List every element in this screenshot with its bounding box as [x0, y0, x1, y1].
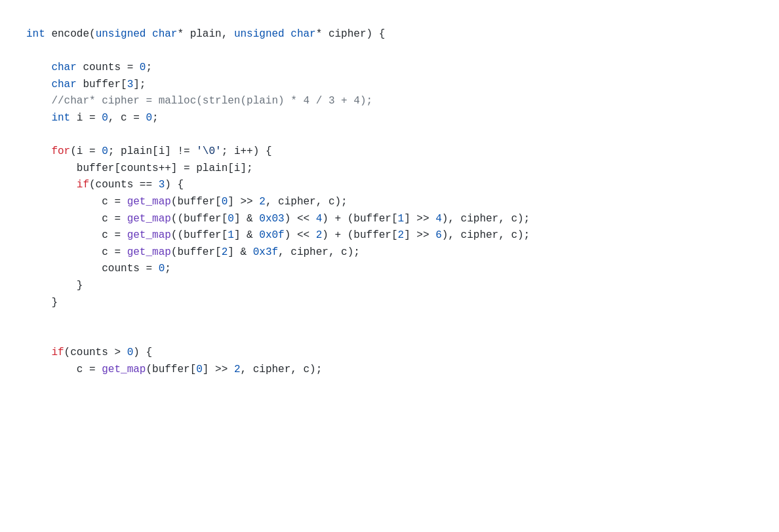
- code-token-plain: c =: [26, 213, 127, 225]
- code-token-num: 0: [222, 196, 228, 208]
- code-token-plain: ), cipher, c);: [442, 213, 530, 225]
- code-token-hex: 0x0f: [259, 229, 284, 241]
- code-token-plain: * plain,: [177, 28, 233, 40]
- code-line: [26, 43, 779, 60]
- code-token-num: 0: [196, 364, 203, 375]
- code-token-plain: buffer[counts++] = plain[i];: [26, 162, 253, 174]
- code-token-num: 0: [159, 263, 165, 275]
- code-line: if(counts == 3) {: [26, 177, 779, 194]
- code-token-num: 0: [102, 112, 108, 124]
- code-token-kw: char: [290, 28, 315, 40]
- code-token-str: '\0': [196, 145, 221, 157]
- code-token-plain: ; plain[i] !=: [108, 145, 196, 157]
- code-line: [26, 311, 779, 328]
- code-token-plain: (counts >: [64, 347, 127, 358]
- code-token-plain: [146, 28, 152, 40]
- code-token-fn: get_map: [127, 213, 171, 225]
- code-token-plain: ; i++) {: [222, 145, 272, 157]
- code-line: [26, 127, 779, 144]
- code-line: }: [26, 278, 779, 295]
- code-token-plain: , cipher, c);: [240, 364, 322, 375]
- code-line: int i = 0, c = 0;: [26, 110, 779, 127]
- code-token-plain: counts =: [77, 62, 140, 73]
- code-token-plain: }: [26, 280, 83, 292]
- code-token-plain: c =: [26, 364, 102, 375]
- code-token-ctrl: if: [51, 347, 64, 358]
- code-token-plain: (buffer[: [146, 364, 196, 375]
- code-token-plain: [26, 112, 51, 124]
- code-token-plain: ;: [146, 62, 152, 73]
- code-token-num: 0: [228, 213, 234, 225]
- code-token-plain: , cipher, c);: [278, 246, 360, 258]
- code-token-kw: unsigned: [234, 28, 285, 40]
- code-token-num: 2: [222, 246, 228, 258]
- code-line: if(counts > 0) {: [26, 345, 779, 362]
- code-line: c = get_map(buffer[0] >> 2, cipher, c);: [26, 362, 779, 379]
- code-token-plain: [285, 28, 291, 40]
- code-token-plain: ] >>: [203, 364, 234, 375]
- code-token-plain: , c =: [108, 112, 146, 124]
- code-line: c = get_map(buffer[2] & 0x3f, cipher, c)…: [26, 244, 779, 261]
- code-token-num: 3: [159, 179, 165, 191]
- code-token-num: 1: [228, 229, 234, 241]
- code-line: }: [26, 295, 779, 312]
- code-line: c = get_map((buffer[0] & 0x03) << 4) + (…: [26, 211, 779, 228]
- code-token-plain: (i =: [70, 145, 102, 157]
- code-token-num: 3: [127, 79, 134, 90]
- code-token-num: 2: [259, 196, 266, 208]
- code-token-plain: c =: [26, 229, 127, 241]
- code-block: int encode(unsigned char* plain, unsigne…: [13, 13, 779, 532]
- code-token-plain: counts =: [26, 263, 159, 275]
- code-token-num: 6: [435, 229, 442, 241]
- code-token-plain: (buffer[: [171, 246, 222, 258]
- code-token-plain: ) <<: [285, 213, 316, 225]
- code-token-fn: get_map: [127, 196, 171, 208]
- code-token-plain: [26, 79, 51, 90]
- code-token-plain: [26, 179, 77, 191]
- code-line: c = get_map((buffer[1] & 0x0f) << 2) + (…: [26, 227, 779, 244]
- code-token-plain: (buffer[: [171, 196, 222, 208]
- code-token-plain: ) + (buffer[: [322, 213, 397, 225]
- code-token-fn: get_map: [127, 246, 171, 258]
- code-token-num: 0: [146, 112, 152, 124]
- code-token-num: 2: [398, 229, 405, 241]
- code-token-kw: char: [51, 62, 76, 73]
- code-token-plain: ((buffer[: [171, 213, 228, 225]
- code-token-fn: get_map: [127, 229, 171, 241]
- code-token-plain: c =: [26, 196, 127, 208]
- code-token-kw: unsigned: [96, 28, 146, 40]
- code-token-kw: int: [26, 28, 45, 40]
- code-token-plain: ] &: [228, 246, 252, 258]
- code-token-plain: * cipher) {: [316, 28, 386, 40]
- code-token-plain: (counts ==: [89, 179, 159, 191]
- code-line: counts = 0;: [26, 261, 779, 278]
- code-token-kw: int: [51, 112, 70, 124]
- code-line: int encode(unsigned char* plain, unsigne…: [26, 26, 779, 43]
- code-token-plain: ) + (buffer[: [322, 229, 397, 241]
- code-token-plain: , cipher, c);: [266, 196, 348, 208]
- code-token-plain: ] &: [234, 213, 259, 225]
- code-token-num: 2: [316, 229, 323, 241]
- code-token-kw: char: [51, 79, 76, 90]
- code-line: //char* cipher = malloc(strlen(plain) * …: [26, 93, 779, 110]
- code-token-ctrl: for: [51, 145, 70, 157]
- code-token-plain: [26, 62, 51, 73]
- code-token-ctrl: if: [77, 179, 89, 191]
- code-token-plain: ) {: [165, 179, 184, 191]
- code-token-plain: c =: [26, 246, 127, 258]
- code-token-plain: }: [26, 297, 58, 309]
- code-token-plain: ;: [165, 263, 171, 275]
- code-token-plain: [26, 145, 51, 157]
- code-token-hex: 0x3f: [253, 246, 278, 258]
- code-token-num: 0: [127, 347, 134, 358]
- code-token-plain: ] >>: [404, 229, 435, 241]
- code-token-hex: 0x03: [259, 213, 284, 225]
- code-token-num: 0: [140, 62, 146, 73]
- code-token-plain: ] &: [234, 229, 259, 241]
- code-line: char buffer[3];: [26, 77, 779, 94]
- code-token-plain: ;: [152, 112, 159, 124]
- code-token-plain: ((buffer[: [171, 229, 228, 241]
- code-token-plain: encode(: [45, 28, 96, 40]
- code-line: char counts = 0;: [26, 60, 779, 77]
- code-token-plain: ) {: [133, 347, 152, 358]
